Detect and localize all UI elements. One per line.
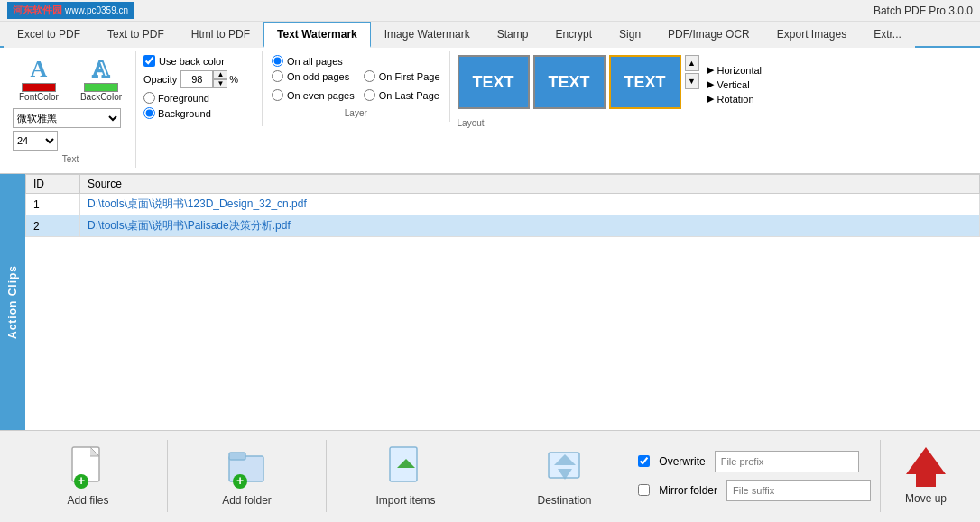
tab-html-to-pdf[interactable]: Html to PDF — [178, 22, 263, 48]
on-all-pages-row: On all pages — [272, 55, 439, 67]
app-title: Batch PDF Pro 3.0.0 — [874, 5, 973, 17]
foreground-radio[interactable] — [143, 92, 155, 104]
tab-export-images[interactable]: Export Images — [763, 22, 860, 48]
add-folder-button[interactable]: + Add folder — [177, 437, 317, 515]
on-first-page-row: On First Page — [364, 70, 440, 82]
tab-extra[interactable]: Extr... — [860, 22, 915, 48]
layout-preview-1[interactable]: TEXT — [458, 55, 530, 109]
on-all-pages-label: On all pages — [287, 56, 343, 67]
font-name-select[interactable]: 微软雅黑 — [13, 108, 121, 128]
file-suffix-input[interactable] — [726, 480, 871, 501]
layer-section-label: Layer — [272, 108, 439, 118]
layout-preview-2[interactable]: TEXT — [533, 55, 606, 109]
col-source: Source — [80, 175, 980, 194]
rotation-label: Rotation — [717, 94, 754, 105]
tab-text-to-pdf[interactable]: Text to PDF — [94, 22, 178, 48]
svg-text:+: + — [77, 473, 84, 488]
horizontal-opt: ▶ Horizontal — [707, 64, 763, 76]
vertical-opt: ▶ Vertical — [707, 78, 763, 90]
font-color-button[interactable]: A FontColor — [13, 55, 65, 105]
layout-section-label: Layout — [458, 118, 485, 128]
triangle-icon-rotation: ▶ — [707, 93, 714, 105]
back-color-label: BackColor — [80, 92, 122, 102]
layout-options: ▶ Horizontal ▶ Vertical ▶ Rotation — [707, 64, 763, 105]
col-id: ID — [26, 175, 80, 194]
use-back-color-checkbox[interactable] — [143, 55, 155, 67]
file-table-wrapper: ID Source 1 D:\tools\桌面\说明书\123D_Design_… — [25, 174, 980, 430]
opacity-down-btn[interactable]: ▼ — [213, 79, 227, 88]
tab-pdf-image-ocr[interactable]: PDF/Image OCR — [654, 22, 763, 48]
tab-text-watermark[interactable]: Text Watermark — [263, 22, 371, 48]
use-back-color-row: Use back color — [143, 55, 254, 67]
tab-encrypt[interactable]: Encrypt — [541, 22, 606, 48]
overwrite-checkbox[interactable] — [638, 455, 650, 467]
on-even-pages-row: On even pages — [272, 89, 355, 101]
layout-scroll-up[interactable]: ▲ — [685, 55, 699, 71]
on-last-page-row: On Last Page — [364, 89, 440, 101]
mirror-folder-checkbox[interactable] — [638, 484, 650, 496]
overwrite-label: Overwrite — [659, 455, 705, 468]
horizontal-label: Horizontal — [717, 65, 763, 76]
tab-excel-to-pdf[interactable]: Excel to PDF — [4, 22, 94, 48]
background-row: Background — [143, 107, 254, 119]
file-table: ID Source 1 D:\tools\桌面\说明书\123D_Design_… — [25, 174, 980, 237]
on-all-pages-radio[interactable] — [272, 55, 283, 67]
move-up-icon — [906, 447, 946, 487]
import-items-icon — [386, 445, 426, 489]
on-first-page-radio[interactable] — [364, 70, 375, 82]
action-clips-sidebar: Action Clips — [0, 174, 25, 430]
on-odd-pages-radio[interactable] — [272, 70, 283, 82]
on-last-page-radio[interactable] — [364, 89, 375, 101]
on-even-pages-label: On even pages — [287, 90, 355, 101]
layout-previews: TEXT TEXT TEXT — [458, 55, 681, 109]
on-even-pages-radio[interactable] — [272, 89, 283, 101]
opacity-label: Opacity — [143, 74, 177, 85]
bottom-right-controls: Overwrite Mirror folder — [638, 451, 871, 501]
bottom-toolbar: + Add files + Add folder Import items — [0, 430, 980, 520]
options-ribbon-section: Use back color Opacity ▲ ▼ % Foreground … — [136, 51, 263, 126]
tab-image-watermark[interactable]: Image Watermark — [371, 22, 484, 48]
move-up-button[interactable]: Move up — [890, 439, 962, 513]
opacity-input[interactable] — [180, 70, 213, 88]
layout-scroll: ▲ ▼ — [685, 55, 699, 91]
divider-3 — [485, 440, 485, 512]
opacity-up-btn[interactable]: ▲ — [213, 70, 227, 79]
opacity-spinner: ▲ ▼ — [213, 70, 227, 88]
ribbon-content: A FontColor A BackColor 微软雅黑 24 Text Use… — [0, 48, 980, 174]
foreground-label: Foreground — [158, 93, 209, 104]
layout-preview-3[interactable]: TEXT — [609, 55, 681, 109]
triangle-icon-horizontal: ▶ — [707, 64, 714, 76]
table-row[interactable]: 2 D:\tools\桌面\说明书\Palisade决策分析.pdf — [26, 215, 980, 237]
destination-icon — [545, 445, 585, 489]
tab-stamp[interactable]: Stamp — [484, 22, 542, 48]
background-label: Background — [158, 108, 211, 119]
add-folder-label: Add folder — [222, 494, 272, 507]
divider-2 — [326, 440, 327, 512]
table-row[interactable]: 1 D:\tools\桌面\说明书\123D_Design_32_cn.pdf — [26, 194, 980, 215]
text-section-label: Text — [13, 154, 128, 164]
overwrite-row: Overwrite — [638, 451, 871, 472]
import-items-button[interactable]: Import items — [336, 437, 476, 515]
on-odd-pages-label: On odd pages — [287, 71, 349, 82]
font-color-label: FontColor — [19, 92, 59, 102]
file-prefix-input[interactable] — [715, 451, 859, 472]
mirror-folder-label: Mirror folder — [659, 484, 717, 497]
back-color-button[interactable]: A BackColor — [74, 55, 128, 105]
text-ribbon-section: A FontColor A BackColor 微软雅黑 24 Text — [5, 51, 136, 168]
opacity-percent: % — [229, 74, 238, 85]
row-1-id: 1 — [26, 194, 80, 215]
tab-sign[interactable]: Sign — [606, 22, 654, 48]
logo-cn: 河东软件园 — [13, 4, 62, 17]
layout-scroll-down[interactable]: ▼ — [685, 73, 699, 89]
rotation-opt: ▶ Rotation — [707, 93, 763, 105]
destination-button[interactable]: Destination — [495, 437, 634, 515]
divider-4 — [880, 440, 881, 512]
mirror-folder-row: Mirror folder — [638, 480, 871, 501]
ribbon-tabs: Excel to PDF Text to PDF Html to PDF Tex… — [0, 22, 980, 48]
divider-1 — [167, 440, 168, 512]
add-files-icon: + — [69, 445, 108, 489]
add-files-button[interactable]: + Add files — [18, 437, 158, 515]
font-size-select[interactable]: 24 — [13, 131, 58, 151]
row-1-source: D:\tools\桌面\说明书\123D_Design_32_cn.pdf — [80, 194, 980, 215]
background-radio[interactable] — [143, 107, 155, 119]
